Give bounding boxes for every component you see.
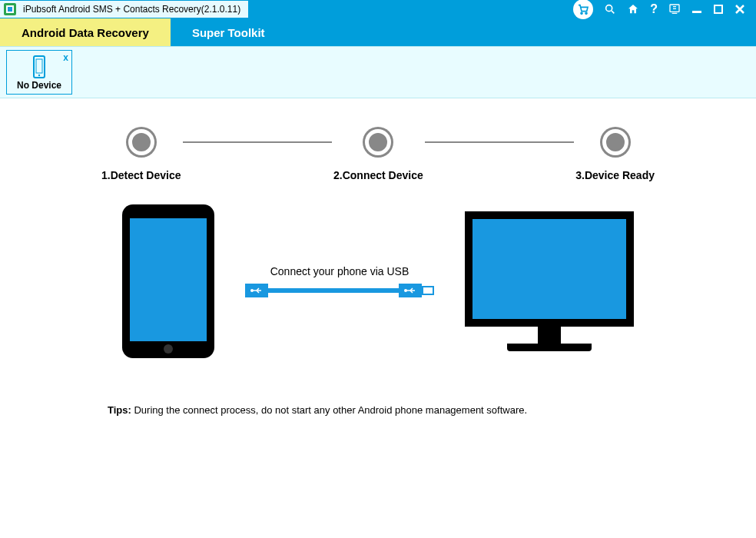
cable-line-icon (268, 288, 399, 293)
monitor-neck-icon (538, 327, 561, 344)
app-icon (3, 2, 17, 16)
cable-illustration: Connect your phone via USB (245, 265, 434, 297)
phone-icon (32, 55, 47, 78)
device-strip: x No Device (0, 46, 756, 98)
content: 1.Detect Device 2.Connect Device 3.Devic… (0, 98, 756, 416)
usb-cable-icon (245, 284, 434, 297)
step-label: 3.Device Ready (575, 169, 655, 181)
usb-tip-icon (422, 286, 434, 295)
help-button[interactable]: ? (650, 2, 658, 16)
step-label: 1.Detect Device (101, 169, 181, 181)
minimize-button[interactable] (691, 4, 702, 15)
device-label: No Device (7, 80, 71, 91)
app-title-text: iPubsoft Android SMS + Contacts Recovery… (23, 4, 240, 15)
search-icon (604, 3, 616, 15)
titlebar: iPubsoft Android SMS + Contacts Recovery… (0, 0, 756, 18)
app-title: iPubsoft Android SMS + Contacts Recovery… (0, 1, 248, 18)
tab-super-toolkit[interactable]: Super Toolkit (171, 18, 287, 46)
maximize-button[interactable] (713, 4, 724, 15)
svg-point-3 (581, 12, 582, 14)
device-close-button[interactable]: x (63, 52, 68, 63)
tips-label: Tips: (108, 404, 131, 416)
usb-symbol-icon (249, 287, 264, 294)
svg-rect-7 (692, 11, 701, 13)
search-button[interactable] (604, 3, 616, 15)
step-label: 2.Connect Device (333, 169, 423, 181)
svg-rect-10 (36, 59, 42, 73)
titlebar-controls: ? (573, 0, 756, 19)
home-icon (627, 3, 639, 15)
close-icon (734, 4, 745, 15)
svg-point-11 (38, 75, 40, 76)
phone-illustration (122, 204, 214, 358)
monitor-screen-icon (465, 211, 634, 327)
usb-connector-left-icon (245, 284, 268, 297)
svg-rect-2 (8, 7, 12, 12)
step-circle-icon (602, 129, 628, 155)
step-3: 3.Device Ready (574, 129, 656, 181)
monitor-base-icon (507, 344, 592, 351)
svg-rect-8 (715, 5, 722, 13)
connection-illustration: Connect your phone via USB (46, 204, 710, 358)
cart-icon (577, 3, 589, 15)
tab-label: Super Toolkit (192, 26, 265, 39)
steps-progress: 1.Detect Device 2.Connect Device 3.Devic… (100, 129, 656, 181)
phone-home-icon (164, 344, 173, 354)
step-1: 1.Detect Device (100, 129, 183, 181)
svg-point-5 (606, 5, 612, 12)
maximize-icon (713, 4, 724, 15)
cable-instruction: Connect your phone via USB (245, 265, 434, 277)
tips-text: Tips: During the connect process, do not… (108, 404, 710, 416)
cart-button[interactable] (573, 0, 593, 19)
feedback-icon (668, 3, 681, 15)
tabbar: Android Data Recovery Super Toolkit (0, 18, 756, 46)
feedback-button[interactable] (668, 3, 681, 15)
tips-body: During the connect process, do not start… (131, 404, 527, 416)
svg-rect-6 (670, 5, 679, 12)
device-card[interactable]: x No Device (6, 50, 72, 95)
tab-label: Android Data Recovery (22, 26, 149, 39)
tab-android-data-recovery[interactable]: Android Data Recovery (0, 18, 171, 46)
step-2: 2.Connect Device (332, 129, 425, 181)
usb-symbol-icon (403, 287, 418, 294)
usb-connector-right-icon (399, 284, 422, 297)
close-button[interactable] (734, 4, 745, 15)
step-circle-icon (128, 129, 154, 155)
home-button[interactable] (627, 3, 639, 15)
step-circle-icon (365, 129, 391, 155)
svg-point-4 (585, 12, 587, 14)
monitor-illustration (465, 211, 634, 351)
minimize-icon (691, 4, 702, 15)
